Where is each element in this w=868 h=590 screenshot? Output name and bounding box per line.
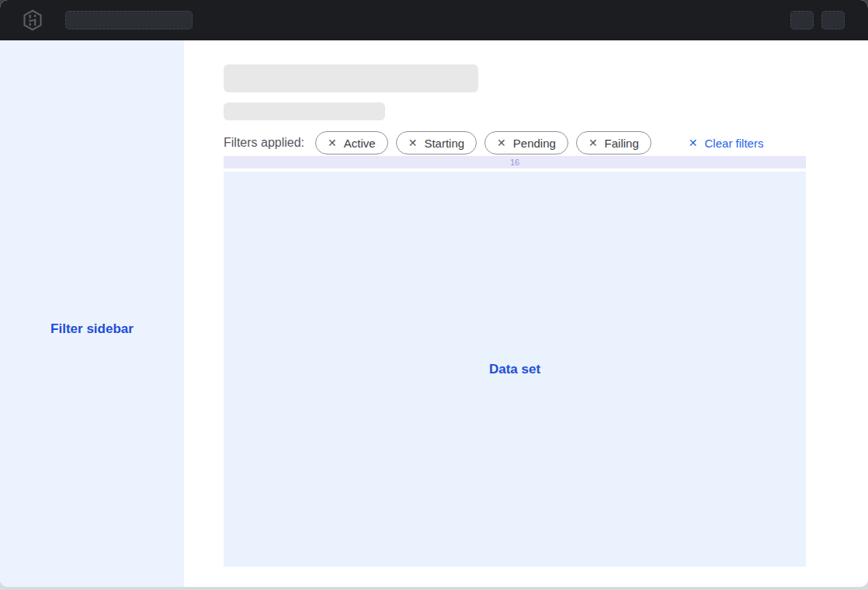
top-navbar [0,0,868,40]
hashicorp-logo-icon [22,9,43,31]
filters-applied-row: Filters applied: ✕ Active ✕ Starting ✕ P… [224,131,806,154]
filter-chip-label: Failing [605,137,639,150]
app-window: Filter sidebar Filters applied: ✕ Active… [0,0,868,587]
nav-action-placeholder-2 [821,11,845,30]
filter-chip-label: Starting [424,137,464,150]
clear-filters-link[interactable]: ✕ Clear filters [689,137,764,150]
page-subtitle-skeleton [224,102,385,120]
filter-chip-pending[interactable]: ✕ Pending [484,131,568,154]
page-title-skeleton [224,64,478,92]
filter-chip-label: Active [344,137,376,150]
remove-filter-icon[interactable]: ✕ [328,137,337,148]
result-count-value: 16 [510,158,519,167]
clear-filters-icon: ✕ [689,137,698,148]
filter-chip-label: Pending [513,137,556,150]
filter-sidebar: Filter sidebar [0,40,184,587]
data-set-label: Data set [489,362,540,377]
result-count-bar: 16 [224,156,806,168]
filters-applied-label: Filters applied: [224,136,304,150]
remove-filter-icon[interactable]: ✕ [589,137,598,148]
body-row: Filter sidebar Filters applied: ✕ Active… [0,40,868,587]
filter-chip-active[interactable]: ✕ Active [315,131,388,154]
clear-filters-label: Clear filters [705,137,764,150]
remove-filter-icon[interactable]: ✕ [497,137,506,148]
filter-sidebar-label: Filter sidebar [50,321,134,337]
data-set-area: Data set [224,172,806,567]
remove-filter-icon[interactable]: ✕ [408,137,418,148]
nav-action-placeholder-1 [790,11,814,30]
main-content: Filters applied: ✕ Active ✕ Starting ✕ P… [184,40,868,587]
nav-search-placeholder [65,11,193,30]
filter-chip-starting[interactable]: ✕ Starting [396,131,477,154]
filter-chip-failing[interactable]: ✕ Failing [576,131,651,154]
